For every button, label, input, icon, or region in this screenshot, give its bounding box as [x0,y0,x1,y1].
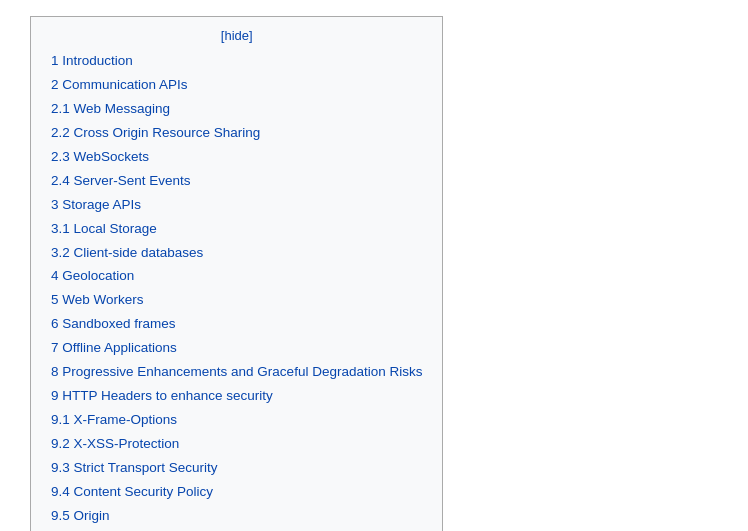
toc-item: 9.5 Origin [51,504,422,528]
toc-link-toc-7[interactable]: 7 Offline Applications [51,340,177,355]
toc-link-toc-4[interactable]: 4 Geolocation [51,268,134,283]
toc-item: 4 Geolocation [51,264,422,288]
toc-item: 6 Sandboxed frames [51,312,422,336]
toc-link-toc-2-4[interactable]: 2.4 Server-Sent Events [51,173,191,188]
toc-link-toc-9-5[interactable]: 9.5 Origin [51,508,110,523]
toc-item: 1 Introduction [51,49,422,73]
toc-hide-row: [hide] [51,27,422,43]
toc-link-toc-9[interactable]: 9 HTTP Headers to enhance security [51,388,273,403]
toc-item: 9.2 X-XSS-Protection [51,432,422,456]
toc-item: 3 Storage APIs [51,193,422,217]
toc-item: 3.2 Client-side databases [51,241,422,265]
toc-link-toc-6[interactable]: 6 Sandboxed frames [51,316,176,331]
toc-link-toc-3-1[interactable]: 3.1 Local Storage [51,221,157,236]
toc-item: 9.4 Content Security Policy [51,480,422,504]
page-container: [hide] 1 Introduction2 Communication API… [0,0,748,531]
toc-link-toc-2-1[interactable]: 2.1 Web Messaging [51,101,170,116]
toc-item: 9.3 Strict Transport Security [51,456,422,480]
hide-link[interactable]: [hide] [221,28,253,43]
toc-item: 9 HTTP Headers to enhance security [51,384,422,408]
toc-link-toc-1[interactable]: 1 Introduction [51,53,133,68]
toc-list: 1 Introduction2 Communication APIs2.1 We… [51,49,422,531]
toc-box: [hide] 1 Introduction2 Communication API… [30,16,443,531]
toc-item: 7 Offline Applications [51,336,422,360]
toc-link-toc-8[interactable]: 8 Progressive Enhancements and Graceful … [51,364,422,379]
toc-item: 2 Communication APIs [51,73,422,97]
toc-item: 9.1 X-Frame-Options [51,408,422,432]
toc-link-toc-9-1[interactable]: 9.1 X-Frame-Options [51,412,177,427]
toc-link-toc-2-2[interactable]: 2.2 Cross Origin Resource Sharing [51,125,260,140]
toc-link-toc-2-3[interactable]: 2.3 WebSockets [51,149,149,164]
toc-link-toc-9-3[interactable]: 9.3 Strict Transport Security [51,460,218,475]
toc-item: 2.3 WebSockets [51,145,422,169]
toc-link-toc-3-2[interactable]: 3.2 Client-side databases [51,245,203,260]
toc-link-toc-9-4[interactable]: 9.4 Content Security Policy [51,484,213,499]
toc-link-toc-3[interactable]: 3 Storage APIs [51,197,141,212]
toc-item: 8 Progressive Enhancements and Graceful … [51,360,422,384]
toc-link-toc-5[interactable]: 5 Web Workers [51,292,144,307]
toc-item: 2.4 Server-Sent Events [51,169,422,193]
toc-item: 2.1 Web Messaging [51,97,422,121]
toc-item: 3.1 Local Storage [51,217,422,241]
toc-item: 2.2 Cross Origin Resource Sharing [51,121,422,145]
toc-item: 5 Web Workers [51,288,422,312]
toc-link-toc-9-2[interactable]: 9.2 X-XSS-Protection [51,436,179,451]
toc-link-toc-2[interactable]: 2 Communication APIs [51,77,188,92]
